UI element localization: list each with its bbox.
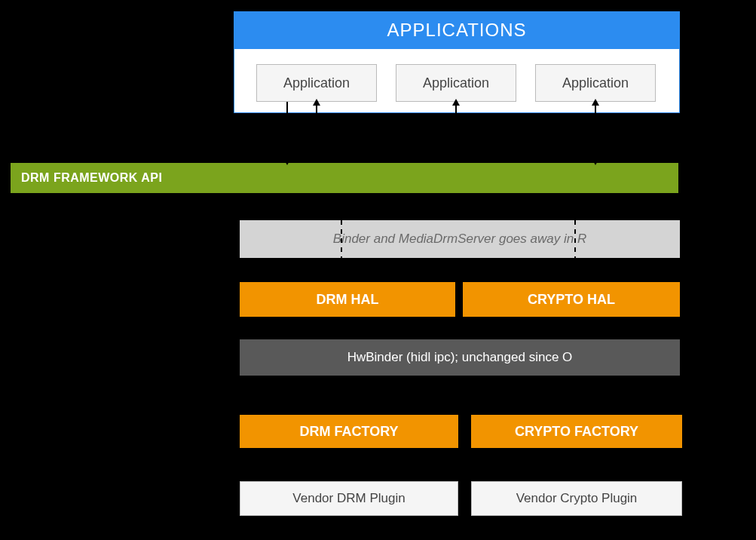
crypto-factory-box: CRYPTO FACTORY	[471, 415, 682, 448]
arrowhead-up-icon	[592, 99, 599, 106]
arrowhead-up-icon	[452, 99, 460, 106]
hwbinder-box: HwBinder (hidl ipc); unchanged since O	[240, 339, 680, 376]
arrow-drmfactory-vendor	[346, 448, 347, 481]
applications-header: APPLICATIONS	[234, 11, 680, 49]
arrow-api-to-app1	[286, 102, 288, 163]
arrowhead-down-icon	[283, 158, 291, 165]
arrowhead-up-icon	[313, 99, 320, 106]
binder-note-box: Binder and MediaDrmServer goes away in R	[240, 220, 680, 258]
crypto-hal-box: CRYPTO HAL	[463, 282, 680, 317]
arrow-hwbinder-drmfactory	[346, 376, 347, 415]
arrow-drmhal-hwbinder	[346, 317, 347, 339]
arrow-cryptohal-hwbinder	[572, 317, 574, 339]
arrowhead-down-icon	[592, 158, 599, 165]
arrow-app1-to-api	[316, 102, 317, 163]
arrow-app3-to-api	[595, 102, 596, 163]
application-box-2: Application	[396, 64, 516, 102]
drm-factory-box: DRM FACTORY	[240, 415, 458, 448]
arrow-app2-to-api	[455, 102, 457, 163]
dashed-arrow-right	[574, 193, 576, 282]
vendor-drm-plugin-box: Vendor DRM Plugin	[240, 481, 458, 516]
arrow-cryptofactory-vendor	[574, 448, 576, 481]
vendor-crypto-plugin-box: Vendor Crypto Plugin	[471, 481, 682, 516]
arrow-hwbinder-cryptofactory	[574, 376, 576, 415]
application-box-3: Application	[535, 64, 656, 102]
dashed-arrow-left	[341, 193, 342, 282]
drm-framework-api-bar: DRM FRAMEWORK API	[11, 163, 678, 193]
drm-hal-box: DRM HAL	[240, 282, 455, 317]
application-box-1: Application	[256, 64, 377, 102]
